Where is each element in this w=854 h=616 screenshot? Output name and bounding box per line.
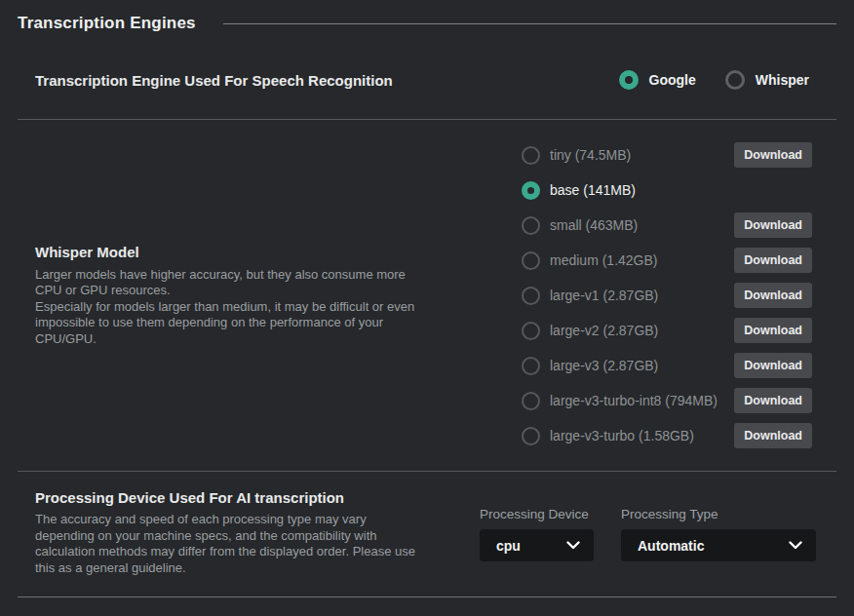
download-button[interactable]: Download	[734, 283, 812, 308]
engine-option[interactable]: Whisper	[725, 70, 809, 90]
radio-icon	[522, 181, 540, 200]
processing-type-label: Processing Type	[621, 507, 816, 521]
model-option[interactable]: medium (1.42GB)	[522, 251, 657, 270]
download-button[interactable]: Download	[734, 353, 812, 378]
model-option[interactable]: large-v2 (2.87GB)	[522, 322, 658, 340]
download-button[interactable]: Download	[734, 318, 812, 343]
model-option[interactable]: large-v3 (2.87GB)	[522, 357, 658, 375]
radio-icon	[522, 216, 540, 235]
model-option-label: large-v3-turbo (1.58GB)	[550, 428, 694, 443]
radio-icon	[522, 392, 540, 410]
radio-icon	[522, 251, 540, 270]
processing-device-group: Processing Device cpu	[480, 507, 594, 561]
radio-icon	[619, 70, 639, 90]
download-button[interactable]: Download	[734, 142, 812, 168]
model-option-label: large-v2 (2.87GB)	[550, 323, 658, 338]
header-rule	[223, 23, 836, 24]
download-button[interactable]: Download	[734, 248, 812, 273]
model-option-label: large-v3-turbo-int8 (794MB)	[550, 393, 718, 408]
chevron-down-icon	[566, 541, 580, 550]
model-option-label: medium (1.42GB)	[550, 252, 657, 268]
download-button[interactable]: Download	[734, 423, 812, 448]
whisper-model-heading: Whisper Model	[35, 244, 417, 260]
radio-icon	[522, 146, 540, 165]
model-row: tiny (74.5MB) Download	[522, 137, 812, 173]
radio-icon	[522, 427, 540, 445]
radio-icon	[522, 357, 540, 375]
whisper-model-description: Larger models have higher accuracy, but …	[35, 267, 417, 348]
engine-option[interactable]: Google	[619, 70, 696, 90]
model-row: small (463MB) Download	[522, 208, 812, 243]
model-option[interactable]: large-v1 (2.87GB)	[522, 287, 658, 305]
radio-icon	[725, 70, 745, 90]
processing-device-info: Processing Device Used For AI transcript…	[35, 489, 425, 576]
processing-device-heading: Processing Device Used For AI transcript…	[35, 489, 425, 506]
model-option-label: tiny (74.5MB)	[550, 147, 631, 163]
model-option-label: small (463MB)	[550, 217, 638, 233]
engine-option-label: Whisper	[756, 72, 809, 88]
processing-device-select[interactable]: cpu	[480, 529, 594, 561]
processing-device-description: The accuracy and speed of each processin…	[35, 512, 425, 576]
model-list: tiny (74.5MB) Download base (141MB) smal…	[522, 137, 812, 453]
model-option-label: base (141MB)	[550, 182, 636, 198]
engine-section: Transcription Engine Used For Speech Rec…	[18, 41, 836, 119]
model-row: base (141MB)	[522, 173, 812, 208]
model-row: large-v3-turbo (1.58GB) Download	[522, 418, 812, 453]
whisper-model-section: Whisper Model Larger models have higher …	[18, 120, 836, 471]
model-option[interactable]: base (141MB)	[522, 181, 636, 200]
page-header: Transcription Engines	[18, 0, 836, 41]
model-option[interactable]: small (463MB)	[522, 216, 638, 235]
model-row: large-v3-turbo-int8 (794MB) Download	[522, 383, 812, 418]
model-option[interactable]: large-v3-turbo-int8 (794MB)	[522, 392, 718, 410]
processing-controls: Processing Device cpu Processing Type Au…	[480, 507, 816, 561]
processing-device-label: Processing Device	[480, 507, 594, 521]
model-row: large-v3 (2.87GB) Download	[522, 348, 812, 383]
transcription-engines-page: Transcription Engines Transcription Engi…	[0, 0, 854, 616]
download-button[interactable]: Download	[734, 212, 812, 238]
download-button[interactable]: Download	[734, 388, 812, 413]
processing-device-value: cpu	[496, 538, 521, 554]
section-divider	[18, 597, 836, 597]
processing-type-group: Processing Type Automatic	[621, 507, 816, 561]
engine-radio-group: Google Whisper	[619, 70, 809, 90]
processing-type-value: Automatic	[638, 538, 704, 554]
model-row: large-v2 (2.87GB) Download	[522, 313, 812, 348]
chevron-down-icon	[789, 541, 802, 550]
engine-heading: Transcription Engine Used For Speech Rec…	[35, 72, 393, 89]
engine-option-label: Google	[649, 72, 696, 88]
model-row: large-v1 (2.87GB) Download	[522, 278, 812, 313]
processing-device-section: Processing Device Used For AI transcript…	[18, 472, 836, 597]
model-option[interactable]: tiny (74.5MB)	[522, 146, 631, 165]
model-option-label: large-v3 (2.87GB)	[550, 358, 658, 373]
model-option[interactable]: large-v3-turbo (1.58GB)	[522, 427, 694, 445]
radio-icon	[522, 322, 540, 340]
whisper-model-info: Whisper Model Larger models have higher …	[35, 244, 417, 348]
model-option-label: large-v1 (2.87GB)	[550, 288, 658, 303]
radio-icon	[522, 287, 540, 305]
model-row: medium (1.42GB) Download	[522, 243, 812, 278]
processing-type-select[interactable]: Automatic	[621, 529, 816, 561]
page-title: Transcription Engines	[18, 14, 196, 33]
